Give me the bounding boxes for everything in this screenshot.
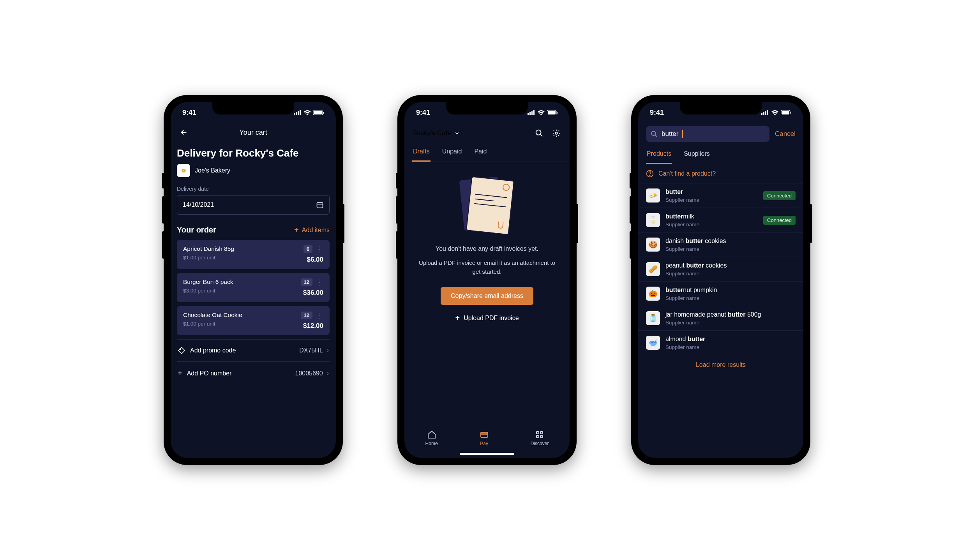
back-button[interactable] (178, 127, 189, 138)
nav-pay[interactable]: Pay (480, 430, 489, 446)
copy-email-button[interactable]: Copy/share email address (441, 287, 533, 305)
search-result[interactable]: 🥛 buttermilk Supplier name Connected (638, 208, 803, 232)
help-text: Can't find a product? (658, 170, 716, 177)
battery-icon (313, 110, 324, 115)
date-value: 14/10/2021 (183, 201, 214, 208)
upload-pdf-button[interactable]: + Upload PDF invoice (455, 313, 519, 322)
po-value: 10005690 (295, 370, 323, 377)
search-result[interactable]: 🫙 jar homemade peanut butter 500g Suppli… (638, 306, 803, 331)
empty-illustration (458, 176, 516, 234)
svg-rect-27 (767, 110, 768, 115)
item-name: Apricot Danish 85g (183, 245, 234, 252)
search-button[interactable] (534, 128, 545, 139)
home-indicator (460, 453, 514, 455)
svg-rect-2 (298, 111, 299, 115)
search-icon (651, 130, 658, 137)
item-total: $6.00 (307, 256, 323, 264)
po-label: Add PO number (187, 370, 232, 377)
order-item[interactable]: Burger Bun 6 pack $3.00 per unit 12 ⋮ $3… (177, 273, 330, 302)
result-thumbnail: 🍪 (646, 238, 660, 252)
chevron-right-icon: › (327, 347, 329, 354)
search-input-container[interactable]: butter (646, 126, 769, 142)
po-number-row[interactable]: + Add PO number 10005690 › (177, 361, 330, 385)
search-result[interactable]: 🥜 peanut butter cookies Supplier name (638, 257, 803, 282)
kebab-icon[interactable]: ⋮ (316, 280, 323, 285)
svg-rect-12 (533, 110, 535, 115)
date-input[interactable]: 14/10/2021 (177, 195, 330, 215)
cancel-button[interactable]: Cancel (775, 130, 796, 138)
svg-rect-5 (314, 111, 322, 114)
tab-suppliers[interactable]: Suppliers (683, 146, 711, 164)
result-supplier: Supplier name (665, 222, 758, 227)
nav-label: Home (425, 441, 438, 446)
date-label: Delivery date (177, 186, 330, 192)
svg-rect-26 (765, 111, 766, 115)
result-name: peanut butter cookies (665, 262, 796, 269)
order-item[interactable]: Apricot Danish 85g $1.00 per unit 6 ⋮ $6… (177, 240, 330, 269)
tab-products[interactable]: Products (646, 146, 672, 164)
plus-icon: + (294, 225, 299, 234)
search-query: butter (662, 130, 678, 138)
pay-icon (480, 430, 489, 439)
result-thumbnail: 🎃 (646, 287, 660, 301)
svg-rect-29 (782, 111, 789, 114)
chevron-down-icon (454, 130, 460, 136)
search-result[interactable]: 🥣 almond butter Supplier name (638, 331, 803, 355)
svg-rect-24 (761, 113, 762, 115)
supplier-avatar: 🥯 (177, 164, 190, 177)
venue-dropdown[interactable]: Rocky's Cafe (412, 129, 460, 137)
tag-icon (178, 347, 185, 354)
result-supplier: Supplier name (665, 295, 796, 301)
item-unit-price: $3.00 per unit (183, 288, 233, 294)
plus-icon: + (455, 313, 460, 322)
text-cursor (682, 130, 683, 138)
help-link[interactable]: Can't find a product? (638, 164, 803, 183)
svg-rect-0 (294, 113, 295, 115)
phone-search: 9:41 butter Cancel ProductsSuppliers Can… (631, 95, 810, 465)
kebab-icon[interactable]: ⋮ (316, 247, 323, 252)
tab-drafts[interactable]: Drafts (412, 143, 431, 162)
add-items-label: Add items (302, 227, 330, 234)
svg-rect-30 (790, 112, 791, 114)
result-supplier: Supplier name (665, 197, 758, 203)
svg-rect-3 (300, 110, 301, 115)
search-result[interactable]: 🍪 danish butter cookies Supplier name (638, 232, 803, 257)
order-item[interactable]: Chocolate Oat Cookie $1.00 per unit 12 ⋮… (177, 306, 330, 335)
item-name: Chocolate Oat Cookie (183, 312, 242, 319)
signal-icon (294, 110, 302, 115)
nav-discover[interactable]: Discover (531, 430, 549, 446)
tab-paid[interactable]: Paid (473, 143, 487, 162)
promo-code-row[interactable]: Add promo code DX75HL › (177, 339, 330, 361)
search-result[interactable]: 🎃 butternut pumpkin Supplier name (638, 282, 803, 306)
svg-point-17 (555, 132, 558, 134)
svg-rect-19 (481, 433, 488, 435)
promo-label: Add promo code (190, 347, 236, 354)
item-total: $12.00 (303, 322, 323, 330)
nav-label: Discover (531, 441, 549, 446)
venue-name: Rocky's Cafe (412, 129, 451, 137)
svg-rect-1 (296, 112, 297, 115)
item-unit-price: $1.00 per unit (183, 255, 234, 261)
svg-rect-14 (548, 111, 556, 114)
signal-icon (528, 110, 535, 115)
empty-line-1: You don't have any draft invoices yet. (436, 245, 538, 252)
nav-home[interactable]: Home (425, 430, 438, 446)
result-thumbnail: 🧈 (646, 188, 660, 203)
nav-label: Pay (480, 441, 488, 446)
supplier-name: Joe's Bakery (195, 167, 230, 174)
settings-button[interactable] (551, 128, 562, 139)
tab-unpaid[interactable]: Unpaid (441, 143, 463, 162)
add-items-button[interactable]: + Add items (294, 225, 330, 234)
svg-point-33 (649, 175, 650, 176)
item-name: Burger Bun 6 pack (183, 278, 233, 285)
search-result[interactable]: 🧈 butter Supplier name Connected (638, 183, 803, 208)
order-section-title: Your order (177, 225, 216, 234)
kebab-icon[interactable]: ⋮ (316, 313, 323, 318)
upload-pdf-label: Upload PDF invoice (464, 315, 519, 322)
load-more-button[interactable]: Load more results (638, 355, 803, 375)
connected-badge: Connected (763, 191, 796, 200)
page-title: Your cart (189, 129, 317, 137)
svg-point-8 (180, 349, 181, 350)
status-time: 9:41 (182, 109, 196, 117)
svg-rect-11 (531, 111, 533, 115)
